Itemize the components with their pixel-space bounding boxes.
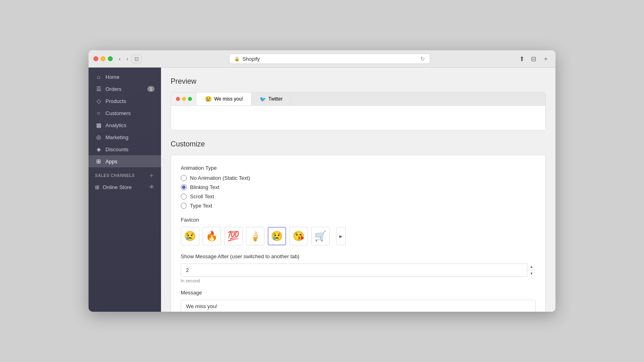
orders-badge: 1 — [147, 86, 155, 92]
message-input[interactable] — [181, 300, 536, 312]
tab-spacer — [291, 93, 545, 105]
radio-label-type-text: Type Text — [190, 203, 212, 209]
forward-button[interactable]: › — [124, 55, 130, 63]
favicon-option-fav2[interactable]: 🔥 — [202, 227, 221, 245]
sidebar-item-customers[interactable]: ○ Customers — [89, 107, 161, 119]
radio-scroll-text[interactable] — [181, 193, 187, 200]
discounts-label: Discounts — [105, 146, 128, 152]
radio-blinking-text[interactable] — [181, 184, 187, 190]
reader-view-button[interactable]: ⊟ — [529, 54, 538, 64]
online-store-item[interactable]: ⊞ Online Store 👁 — [89, 181, 161, 193]
radio-item-type-text[interactable]: Type Text — [181, 203, 536, 209]
preview-tab-twitter[interactable]: 🐦 Twitter — [252, 93, 291, 105]
show-message-label: Show Message After (user switched to ano… — [181, 253, 536, 259]
favicon-option-fav1[interactable]: 😢 — [181, 227, 199, 245]
online-store-icon: ⊞ — [95, 184, 99, 190]
customers-label: Customers — [105, 110, 131, 116]
address-text: Shopify — [242, 56, 260, 62]
marketing-label: Marketing — [105, 134, 128, 140]
tab2-text: Twitter — [268, 96, 283, 102]
radio-label-blinking-text: Blinking Text — [190, 184, 219, 190]
in-second-helper: In second — [181, 278, 536, 283]
products-icon: ◇ — [95, 98, 102, 104]
eye-button[interactable]: 👁 — [149, 184, 155, 190]
traffic-light-yellow[interactable] — [101, 56, 105, 61]
message-label: Message — [181, 290, 536, 296]
preview-tab-miss-you[interactable]: 😢 We miss you! — [197, 93, 252, 105]
preview-tl-green — [188, 97, 192, 101]
apps-icon: ⊞ — [95, 158, 102, 165]
tab-view-button[interactable]: ⊡ — [132, 55, 142, 63]
sidebar-item-discounts[interactable]: ◈ Discounts — [89, 143, 161, 155]
favicon-option-fav4[interactable]: 🍦 — [246, 227, 264, 245]
radio-label-scroll-text: Scroll Text — [190, 193, 214, 200]
message-row: Message — [181, 290, 536, 312]
sidebar-item-products[interactable]: ◇ Products — [89, 95, 161, 107]
radio-item-blinking-text[interactable]: Blinking Text — [181, 184, 536, 190]
radio-type-text[interactable] — [181, 203, 187, 209]
favicon-option-fav6[interactable]: 😘 — [289, 227, 308, 245]
share-button[interactable]: ⬆ — [518, 54, 526, 64]
sidebar-item-analytics[interactable]: ▦ Analytics — [89, 119, 161, 131]
preview-tl-red — [176, 97, 180, 101]
customize-title: Customize — [171, 140, 546, 148]
sidebar-item-marketing[interactable]: ◎ Marketing — [89, 131, 161, 143]
favicon-scroll-button[interactable]: ▶ — [336, 227, 346, 245]
preview-body — [171, 106, 545, 130]
tab1-text: We miss you! — [214, 96, 243, 102]
animation-radio-group: No Animation (Static Text) Blinking Text… — [181, 175, 536, 209]
online-store-label: Online Store — [103, 184, 132, 190]
favicon-option-fav7[interactable]: 🛒 — [311, 227, 330, 245]
home-icon: ⌂ — [95, 74, 102, 80]
twitter-bird-icon: 🐦 — [260, 96, 266, 102]
back-button[interactable]: ‹ — [117, 55, 123, 63]
traffic-light-green[interactable] — [108, 56, 113, 61]
traffic-lights — [93, 56, 113, 61]
tab1-emoji: 😢 — [205, 96, 212, 102]
sidebar: ⌂ Home ☰ Orders 1 ◇ Products ○ Customers… — [89, 68, 161, 312]
traffic-light-red[interactable] — [93, 56, 98, 61]
radio-no-animation[interactable] — [181, 175, 187, 181]
sidebar-item-orders[interactable]: ☰ Orders 1 — [89, 83, 161, 95]
marketing-icon: ◎ — [95, 134, 102, 140]
address-bar[interactable]: 🔒 Shopify ↻ — [229, 53, 430, 64]
app-content: ⌂ Home ☰ Orders 1 ◇ Products ○ Customers… — [89, 68, 555, 312]
online-store-left: ⊞ Online Store — [95, 184, 132, 190]
number-spinners: ▲ ▼ — [527, 263, 536, 277]
orders-icon: ☰ — [95, 86, 102, 92]
analytics-label: Analytics — [105, 122, 126, 128]
spinner-up[interactable]: ▲ — [527, 263, 536, 270]
main-content: Preview 😢 We miss you! 🐦 — [161, 68, 555, 312]
sidebar-item-apps[interactable]: ⊞ Apps — [89, 155, 161, 167]
reload-icon[interactable]: ↻ — [420, 56, 425, 62]
spinner-down[interactable]: ▼ — [527, 270, 536, 277]
favicon-label: Favicon — [181, 217, 536, 223]
sidebar-item-home[interactable]: ⌂ Home — [89, 71, 161, 83]
favicon-option-fav3[interactable]: 💯 — [224, 227, 243, 245]
home-label: Home — [105, 74, 120, 80]
add-sales-channel-button[interactable]: ＋ — [148, 172, 155, 179]
products-label: Products — [105, 98, 126, 104]
customers-icon: ○ — [95, 110, 102, 116]
radio-item-scroll-text[interactable]: Scroll Text — [181, 193, 536, 200]
browser-window: ‹ › ⊡ 🔒 Shopify ↻ ⬆ ⊟ ＋ ⌂ Home ☰ Orders … — [89, 50, 555, 312]
sidebar-nav: ⌂ Home ☰ Orders 1 ◇ Products ○ Customers… — [89, 71, 161, 167]
discounts-icon: ◈ — [95, 146, 102, 152]
preview-container: 😢 We miss you! 🐦 Twitter — [171, 92, 546, 130]
favicon-row: 😢🔥💯🍦😢😘🛒▶ — [181, 227, 536, 245]
preview-tabs: 😢 We miss you! 🐦 Twitter — [197, 93, 545, 105]
sales-channels-label: SALES CHANNELS — [95, 173, 135, 178]
preview-tl-yellow — [182, 97, 186, 101]
number-input-wrap: ▲ ▼ — [181, 263, 536, 277]
radio-item-no-animation[interactable]: No Animation (Static Text) — [181, 175, 536, 181]
radio-label-no-animation: No Animation (Static Text) — [190, 175, 250, 181]
analytics-icon: ▦ — [95, 122, 102, 128]
show-message-input[interactable] — [181, 263, 536, 277]
animation-type-label: Animation Type — [181, 165, 536, 171]
favicon-option-fav5[interactable]: 😢 — [268, 227, 286, 245]
new-tab-button[interactable]: ＋ — [541, 54, 551, 64]
browser-actions: ⬆ ⊟ ＋ — [518, 54, 551, 64]
lock-icon: 🔒 — [234, 56, 240, 62]
preview-title: Preview — [171, 77, 546, 86]
customize-container: Animation Type No Animation (Static Text… — [171, 155, 546, 312]
